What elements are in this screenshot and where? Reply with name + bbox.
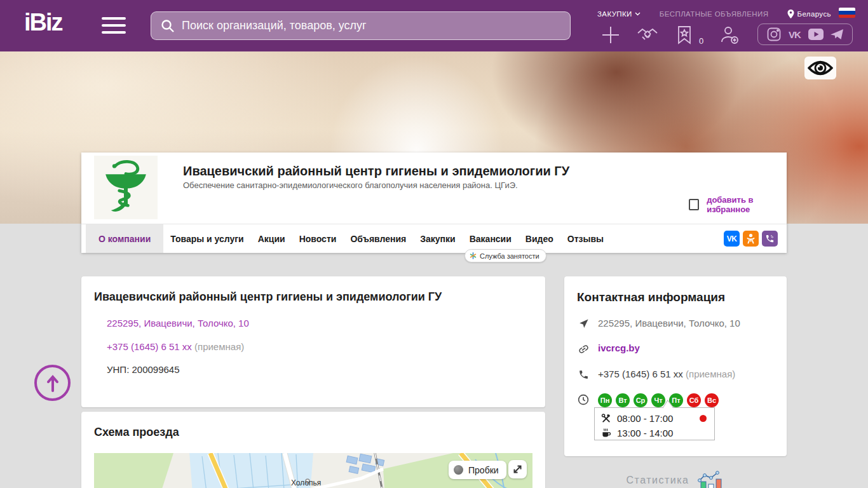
weekday-badge-Вс[interactable]: Вс: [705, 393, 719, 407]
views-eye-button[interactable]: [804, 57, 836, 79]
free-ads-link[interactable]: БЕСПЛАТНЫЕ ОБЪЯВЛЕНИЯ: [660, 10, 769, 18]
employment-service-label: Служба занятости: [480, 252, 539, 260]
header-social-links: VK: [757, 24, 853, 45]
scroll-to-top-button[interactable]: [34, 365, 71, 401]
work-hours: 08:00 - 17:00: [617, 413, 673, 424]
bookmark-favorites-icon[interactable]: [674, 24, 695, 46]
sparkle-icon: [470, 252, 477, 259]
weekday-badge-Чт[interactable]: Чт: [651, 393, 665, 407]
closed-now-indicator: [700, 415, 707, 422]
language-flag-russian[interactable]: [839, 8, 855, 18]
add-plus-icon[interactable]: [600, 24, 621, 46]
employment-service-tooltip[interactable]: Служба занятости: [465, 249, 546, 262]
map-canvas[interactable]: Холопья Пробки: [94, 453, 532, 488]
add-to-favorites[interactable]: добавить в избранное: [689, 195, 787, 214]
working-hours-tooltip: 08:00 - 17:00 13:00 - 14:00: [594, 407, 715, 440]
company-tab-bar: О компанииТовары и услугиАкцииНовостиОбъ…: [81, 224, 787, 253]
company-subtitle: Обеспечение санитарно-эпидемиологическог…: [183, 180, 518, 190]
contact-phone-note: (приемная): [686, 369, 735, 379]
break-hours: 13:00 - 14:00: [617, 428, 673, 438]
viber-social-button[interactable]: [762, 231, 778, 247]
weekday-badge-Ср[interactable]: Ср: [634, 393, 648, 407]
weekday-badge-Пн[interactable]: Пн: [598, 393, 612, 407]
tab-3[interactable]: Акции: [251, 224, 292, 253]
phone-note: (приемная): [194, 341, 244, 352]
contact-phone: +375 (1645) 6 51 xx: [598, 369, 683, 379]
weekday-badge-Сб[interactable]: Сб: [687, 393, 701, 407]
company-header-card: Ивацевичский районный центр гигиены и эп…: [81, 152, 787, 253]
coffee-break-icon: [601, 428, 611, 438]
navigation-arrow-icon: [577, 318, 590, 329]
weekday-badges: ПнВтСрЧтПтСбВс: [598, 393, 719, 407]
traffic-button-label: Пробки: [468, 465, 499, 475]
favorites-count: 0: [699, 36, 703, 47]
statistics-section: Статистика: [564, 469, 787, 488]
favorites-checkbox[interactable]: [689, 199, 699, 210]
menu-icon[interactable]: [102, 17, 126, 35]
zakupki-link[interactable]: ЗАКУПКИ: [597, 10, 641, 18]
location-pin-icon: [787, 10, 794, 18]
link-icon: [577, 342, 590, 355]
map-card: Схема проезда: [81, 412, 545, 488]
instagram-icon[interactable]: [766, 26, 782, 43]
tab-2[interactable]: Товары и услуги: [163, 224, 250, 253]
work-tools-icon: [601, 413, 611, 423]
search-bar: [151, 11, 571, 40]
vk-social-button[interactable]: VK: [724, 231, 740, 247]
company-title: Ивацевичский районный центр гигиены и эп…: [183, 164, 569, 179]
header-links: ЗАКУПКИ БЕСПЛАТНЫЕ ОБЪЯВЛЕНИЯ Беларусь: [597, 8, 864, 20]
youtube-icon[interactable]: [808, 26, 824, 43]
contact-info-title: Контактная информация: [577, 290, 774, 304]
user-add-icon[interactable]: [719, 24, 740, 46]
map-place-label: Холопья: [291, 478, 321, 487]
country-selector[interactable]: Беларусь: [787, 10, 831, 18]
map-fullscreen-button[interactable]: [508, 460, 527, 478]
odnoklassniki-social-button[interactable]: [743, 231, 759, 247]
phone-icon: [577, 369, 590, 380]
about-company-title: Ивацевичский районный центр гигиены и эп…: [94, 290, 532, 304]
favorites-label: добавить в избранное: [707, 195, 787, 214]
chevron-down-icon: [635, 12, 641, 16]
statistics-label: Статистика: [626, 475, 689, 486]
tab-5[interactable]: Объявления: [343, 224, 413, 253]
company-logo: [94, 156, 158, 219]
tab-1[interactable]: О компании: [86, 224, 163, 253]
telegram-icon[interactable]: [829, 26, 845, 43]
eye-icon: [808, 60, 833, 76]
statistics-chart-icon: [696, 469, 725, 488]
map-title: Схема проезда: [94, 426, 532, 439]
company-unp: УНП: 200099645: [107, 364, 532, 375]
contact-address: 225295, Ивацевичи, Толочко, 10: [598, 318, 740, 329]
handshake-icon[interactable]: [637, 24, 658, 46]
tab-9[interactable]: Отзывы: [560, 224, 611, 253]
header: iBiz ЗАКУПКИ БЕСПЛАТНЫЕ ОБЪЯВЛЕНИЯ Белар…: [0, 0, 868, 51]
company-website-link[interactable]: ivcrcg.by: [598, 342, 640, 353]
traffic-button[interactable]: Пробки: [449, 461, 506, 479]
site-logo[interactable]: iBiz: [24, 9, 62, 36]
arrow-up-icon: [46, 374, 60, 392]
contact-info-card: Контактная информация 225295, Ивацевичи,…: [564, 276, 787, 456]
traffic-light-icon: [454, 465, 463, 475]
expand-arrows-icon: [512, 464, 523, 475]
company-social-icons: VK: [724, 231, 778, 247]
tab-4[interactable]: Новости: [292, 224, 344, 253]
about-company-card: Ивацевичский районный центр гигиены и эп…: [81, 276, 545, 407]
weekday-badge-Вт[interactable]: Вт: [616, 393, 630, 407]
tab-6[interactable]: Закупки: [413, 224, 462, 253]
vk-icon[interactable]: VK: [787, 26, 803, 43]
company-address-link[interactable]: 225295, Ивацевичи, Толочко, 10: [107, 318, 249, 329]
clock-icon: [577, 393, 590, 405]
search-input[interactable]: [182, 19, 561, 32]
search-icon: [160, 18, 175, 34]
header-actions: 0: [600, 23, 740, 47]
company-phone-link[interactable]: +375 (1645) 6 51 xx: [107, 341, 192, 352]
